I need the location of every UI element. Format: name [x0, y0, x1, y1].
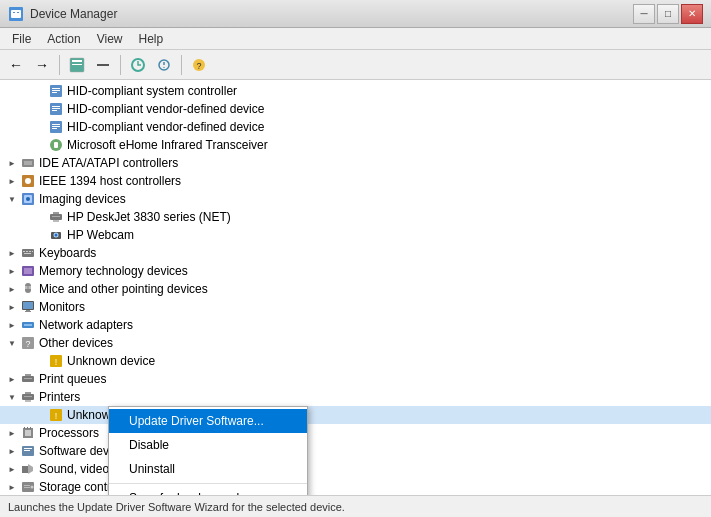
device-icon	[20, 479, 36, 495]
device-icon: !	[48, 353, 64, 369]
tree-row[interactable]: ▼ Printers	[0, 388, 711, 406]
tree-item-label: Microsoft eHome Infrared Transceiver	[67, 138, 268, 152]
tree-row[interactable]: ► IDE ATA/ATAPI controllers	[0, 154, 711, 172]
expand-icon[interactable]: ►	[4, 321, 20, 330]
tree-item-label: Unknown device	[67, 354, 155, 368]
expand-icon[interactable]: ►	[4, 285, 20, 294]
svg-rect-73	[24, 427, 25, 429]
expand-icon[interactable]: ►	[4, 159, 20, 168]
svg-rect-14	[52, 88, 60, 89]
title-bar: Device Manager ─ □ ✕	[0, 0, 711, 28]
expand-icon[interactable]: ►	[4, 447, 20, 456]
device-icon	[20, 317, 36, 333]
ctx-update-driver[interactable]: Update Driver Software...	[109, 409, 307, 433]
tree-item-label: Imaging devices	[39, 192, 126, 206]
expand-icon[interactable]: ►	[4, 267, 20, 276]
minimize-button[interactable]: ─	[633, 4, 655, 24]
svg-point-40	[55, 234, 58, 237]
expand-icon[interactable]: ►	[4, 429, 20, 438]
tree-row-selected[interactable]: ! Unknown device Update Driver Software.…	[0, 406, 711, 424]
close-button[interactable]: ✕	[681, 4, 703, 24]
svg-point-10	[163, 66, 164, 67]
help-toolbar-button[interactable]: ?	[187, 53, 211, 77]
svg-rect-35	[52, 216, 60, 217]
svg-rect-55	[25, 311, 31, 312]
back-button[interactable]: ←	[4, 53, 28, 77]
device-icon	[20, 191, 36, 207]
window-controls[interactable]: ─ □ ✕	[633, 4, 703, 24]
svg-rect-6	[72, 64, 82, 65]
tree-item-label: HP DeskJet 3830 series (NET)	[67, 210, 231, 224]
svg-text:!: !	[55, 411, 58, 421]
tree-row[interactable]: ► Keyboards	[0, 244, 711, 262]
expand-icon[interactable]: ▼	[4, 393, 20, 402]
menu-help[interactable]: Help	[131, 30, 172, 48]
svg-point-30	[25, 178, 31, 184]
device-tree[interactable]: HID-compliant system controller HID-comp…	[0, 80, 711, 495]
device-icon: ?	[20, 335, 36, 351]
ctx-uninstall[interactable]: Uninstall	[109, 457, 307, 481]
tree-row[interactable]: ► Monitors	[0, 298, 711, 316]
svg-rect-36	[53, 212, 59, 214]
collapse-button[interactable]	[91, 53, 115, 77]
update-button[interactable]	[152, 53, 176, 77]
expand-icon[interactable]: ▼	[4, 195, 20, 204]
forward-button[interactable]: →	[30, 53, 54, 77]
expand-icon[interactable]: ►	[4, 375, 20, 384]
tree-row[interactable]: ! Unknown device	[0, 352, 711, 370]
svg-rect-50	[25, 286, 28, 289]
expand-icon[interactable]: ▼	[4, 339, 20, 348]
menu-action[interactable]: Action	[39, 30, 88, 48]
menu-view[interactable]: View	[89, 30, 131, 48]
device-icon	[48, 119, 64, 135]
svg-rect-19	[52, 108, 60, 109]
maximize-button[interactable]: □	[657, 4, 679, 24]
expand-icon[interactable]: ►	[4, 303, 20, 312]
ctx-disable[interactable]: Disable	[109, 433, 307, 457]
tree-row[interactable]: HP Webcam	[0, 226, 711, 244]
tree-row[interactable]: ► Print queues	[0, 370, 711, 388]
device-icon	[48, 101, 64, 117]
ctx-scan[interactable]: Scan for hardware changes	[109, 486, 307, 495]
svg-marker-80	[28, 464, 33, 474]
toolbar-sep-3	[181, 55, 182, 75]
properties-button[interactable]	[65, 53, 89, 77]
tree-item-label: Mice and other pointing devices	[39, 282, 208, 296]
tree-row[interactable]: ► Mice and other pointing devices	[0, 280, 711, 298]
context-menu: Update Driver Software... Disable Uninst…	[108, 406, 308, 495]
expand-icon[interactable]: ►	[4, 483, 20, 492]
expand-icon[interactable]: ►	[4, 177, 20, 186]
scan-button[interactable]	[126, 53, 150, 77]
svg-text:?: ?	[196, 61, 201, 71]
svg-rect-37	[53, 220, 59, 222]
tree-row[interactable]: ► IEEE 1394 host controllers	[0, 172, 711, 190]
tree-row[interactable]: ► Sound, video and ga	[0, 460, 711, 478]
tree-row[interactable]: HID-compliant system controller	[0, 82, 711, 100]
tree-row[interactable]: ▼ ? Other devices	[0, 334, 711, 352]
tree-row[interactable]: ► Software devices	[0, 442, 711, 460]
tree-row[interactable]: ► Processors	[0, 424, 711, 442]
tree-row[interactable]: HP DeskJet 3830 series (NET)	[0, 208, 711, 226]
svg-rect-74	[27, 427, 28, 429]
device-icon	[20, 461, 36, 477]
svg-rect-20	[52, 110, 57, 111]
tree-row[interactable]: HID-compliant vendor-defined device	[0, 100, 711, 118]
tree-row[interactable]: HID-compliant vendor-defined device	[0, 118, 711, 136]
tree-row[interactable]: ▼ Imaging devices	[0, 190, 711, 208]
expand-icon[interactable]: ►	[4, 249, 20, 258]
device-icon	[20, 155, 36, 171]
expand-icon[interactable]: ►	[4, 465, 20, 474]
svg-rect-64	[25, 374, 31, 376]
menu-bar: File Action View Help	[0, 28, 711, 50]
tree-row[interactable]: ► Network adapters	[0, 316, 711, 334]
app-icon	[8, 6, 24, 22]
tree-row[interactable]: ► Memory technology devices	[0, 262, 711, 280]
device-icon	[48, 83, 64, 99]
device-icon	[20, 173, 36, 189]
device-icon	[48, 137, 64, 153]
tree-row[interactable]: ► Storage controllers	[0, 478, 711, 495]
menu-file[interactable]: File	[4, 30, 39, 48]
svg-rect-28	[24, 161, 32, 165]
svg-rect-78	[24, 450, 30, 451]
tree-row[interactable]: Microsoft eHome Infrared Transceiver	[0, 136, 711, 154]
